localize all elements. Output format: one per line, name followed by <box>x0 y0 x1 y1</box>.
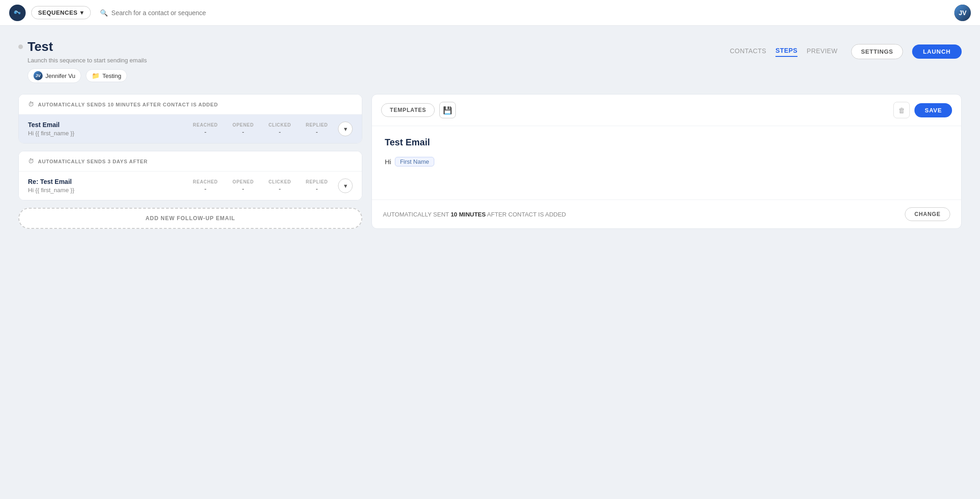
step2-reached: REACHED - <box>193 179 218 193</box>
step1-email-row[interactable]: Test Email Hi {{ first_name }} REACHED -… <box>19 115 362 143</box>
svg-point-2 <box>18 12 20 14</box>
chevron-down-icon: ▾ <box>80 9 84 16</box>
search-input[interactable] <box>111 9 249 17</box>
templates-button[interactable]: TEMPLATES <box>381 103 435 117</box>
page-subtitle: Launch this sequence to start sending em… <box>28 57 147 64</box>
email-hi-text: Hi <box>385 158 391 166</box>
trash-icon: 🗑 <box>898 106 905 114</box>
step2-header: ⏱ AUTOMATICALLY SENDS 3 DAYS AFTER <box>19 151 362 172</box>
page-title: Test <box>28 39 53 54</box>
step1-replied: REPLIED - <box>306 122 328 136</box>
status-dot <box>18 44 23 49</box>
add-follow-up-button[interactable]: ADD NEW FOLLOW-UP EMAIL <box>18 208 362 229</box>
step1-preview: Hi {{ first_name }} <box>28 130 188 137</box>
tab-preview[interactable]: PREVIEW <box>807 47 838 56</box>
step1-clicked: CLICKED - <box>268 122 291 136</box>
sequences-label: SEQUENCES <box>38 9 78 16</box>
avatar: JV <box>954 5 971 21</box>
step1-header-text: AUTOMATICALLY SENDS 10 MINUTES AFTER CON… <box>38 102 218 107</box>
tags-row: JV Jennifer Vu 📁 Testing <box>28 68 147 83</box>
step2-email-info: Re: Test Email Hi {{ first_name }} <box>28 178 188 194</box>
step2-stats: REACHED - OPENED - CLICKED - REPLIED <box>193 179 328 193</box>
user-tag-avatar: JV <box>33 71 43 80</box>
page-header: Test Launch this sequence to start sendi… <box>18 39 962 83</box>
page-header-left: Test Launch this sequence to start sendi… <box>18 39 147 83</box>
step2-email-row[interactable]: Re: Test Email Hi {{ first_name }} REACH… <box>19 172 362 200</box>
save-icon-button[interactable]: 💾 <box>439 102 456 118</box>
folder-tag[interactable]: 📁 Testing <box>86 69 127 82</box>
step1-stats: REACHED - OPENED - CLICKED - REPLIED <box>193 122 328 136</box>
body-layout: ⏱ AUTOMATICALLY SENDS 10 MINUTES AFTER C… <box>18 94 962 229</box>
tab-nav: CONTACTS STEPS PREVIEW <box>730 47 838 57</box>
sequences-dropdown-button[interactable]: SEQUENCES ▾ <box>31 6 91 19</box>
step-group-1: ⏱ AUTOMATICALLY SENDS 10 MINUTES AFTER C… <box>18 94 362 144</box>
app-logo <box>9 5 26 21</box>
svg-point-1 <box>14 11 17 14</box>
folder-icon: 📁 <box>92 72 100 79</box>
step2-preview: Hi {{ first_name }} <box>28 187 188 194</box>
save-button[interactable]: SAVE <box>914 103 952 117</box>
folder-tag-label: Testing <box>102 72 121 79</box>
main-content: Test Launch this sequence to start sendi… <box>0 26 980 499</box>
user-tag[interactable]: JV Jennifer Vu <box>28 68 81 83</box>
step1-header: ⏱ AUTOMATICALLY SENDS 10 MINUTES AFTER C… <box>19 94 362 115</box>
clock-icon-2: ⏱ <box>28 158 34 165</box>
launch-button[interactable]: LAUNCH <box>912 44 962 59</box>
left-panel: ⏱ AUTOMATICALLY SENDS 10 MINUTES AFTER C… <box>18 94 362 229</box>
right-footer: AUTOMATICALLY SENT 10 MINUTES AFTER CONT… <box>372 200 961 228</box>
email-title: Test Email <box>385 137 948 148</box>
topnav: SEQUENCES ▾ 🔍 JV <box>0 0 980 26</box>
tab-contacts[interactable]: CONTACTS <box>730 47 766 56</box>
delete-button[interactable]: 🗑 <box>893 102 910 118</box>
step1-opened: OPENED - <box>233 122 254 136</box>
step2-replied: REPLIED - <box>306 179 328 193</box>
step1-email-info: Test Email Hi {{ first_name }} <box>28 121 188 137</box>
step2-header-text: AUTOMATICALLY SENDS 3 DAYS AFTER <box>38 159 148 164</box>
settings-button[interactable]: SETTINGS <box>851 44 902 59</box>
search-bar: 🔍 <box>100 9 954 17</box>
step1-expand-button[interactable]: ▾ <box>338 122 353 136</box>
avatar-initials: JV <box>958 9 966 17</box>
user-tag-label: Jennifer Vu <box>45 72 75 79</box>
step2-expand-button[interactable]: ▾ <box>338 178 353 193</box>
user-avatar-button[interactable]: JV <box>954 5 971 21</box>
tab-nav-area: CONTACTS STEPS PREVIEW SETTINGS LAUNCH <box>730 39 962 59</box>
clock-icon-1: ⏱ <box>28 101 34 108</box>
step-group-2: ⏱ AUTOMATICALLY SENDS 3 DAYS AFTER Re: T… <box>18 151 362 200</box>
step1-subject: Test Email <box>28 121 188 128</box>
right-toolbar: TEMPLATES 💾 🗑 SAVE <box>372 94 961 126</box>
footer-timing: AUTOMATICALLY SENT 10 MINUTES AFTER CONT… <box>383 211 566 218</box>
right-panel: TEMPLATES 💾 🗑 SAVE Test Email Hi First N… <box>371 94 962 229</box>
change-button[interactable]: CHANGE <box>905 207 950 221</box>
right-body: Test Email Hi First Name <box>372 126 961 200</box>
sequence-title-row: Test <box>18 39 147 54</box>
tab-steps[interactable]: STEPS <box>775 47 797 57</box>
step1-reached: REACHED - <box>193 122 218 136</box>
step2-subject: Re: Test Email <box>28 178 188 185</box>
first-name-tag[interactable]: First Name <box>395 157 434 166</box>
search-icon: 🔍 <box>100 9 108 17</box>
step2-clicked: CLICKED - <box>268 179 291 193</box>
step2-opened: OPENED - <box>233 179 254 193</box>
email-body-preview: Hi First Name <box>385 157 948 166</box>
save-disk-icon: 💾 <box>443 106 452 115</box>
